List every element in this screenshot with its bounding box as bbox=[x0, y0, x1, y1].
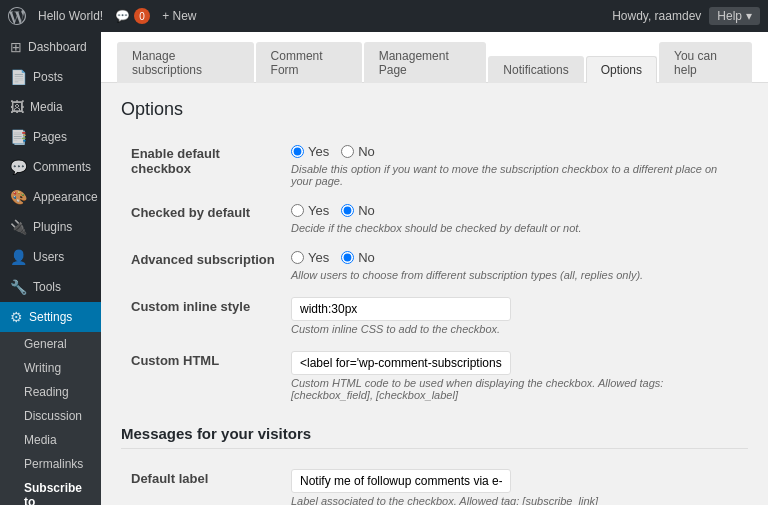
sidebar-item-label: Posts bbox=[33, 70, 63, 84]
wp-logo-button[interactable] bbox=[8, 7, 26, 25]
default-label-input[interactable] bbox=[291, 469, 511, 493]
plugins-icon: 🔌 bbox=[10, 219, 27, 235]
sidebar-sub-permalinks[interactable]: Permalinks bbox=[10, 452, 101, 476]
checked-yes-radio[interactable] bbox=[291, 204, 304, 217]
advanced-subscription-radio-group: Yes No bbox=[291, 250, 738, 265]
sidebar-item-posts[interactable]: 📄 Posts bbox=[0, 62, 101, 92]
top-bar-right: Howdy, raamdev Help ▾ bbox=[612, 7, 760, 25]
messages-form-table: Default label Label associated to the ch… bbox=[121, 461, 748, 505]
top-bar: Hello World! 💬 0 + New Howdy, raamdev He… bbox=[0, 0, 768, 32]
site-name[interactable]: Hello World! bbox=[38, 9, 103, 23]
comments-count: 0 bbox=[134, 8, 150, 24]
sidebar: ⊞ Dashboard 📄 Posts 🖼 Media 📑 Pages 💬 Co… bbox=[0, 32, 101, 505]
checked-default-radio-group: Yes No bbox=[291, 203, 738, 218]
tab-management-page[interactable]: Management Page bbox=[364, 42, 487, 83]
sidebar-sub-reading[interactable]: Reading bbox=[10, 380, 101, 404]
sidebar-item-label: Pages bbox=[33, 130, 67, 144]
tabs-bar: Manage subscriptions Comment Form Manage… bbox=[101, 32, 768, 83]
tab-you-can-help[interactable]: You can help bbox=[659, 42, 752, 83]
advanced-subscription-label: Advanced subscription bbox=[131, 252, 275, 267]
posts-icon: 📄 bbox=[10, 69, 27, 85]
enable-checkbox-desc: Disable this option if you want to move … bbox=[291, 163, 738, 187]
checked-default-label: Checked by default bbox=[131, 205, 250, 220]
help-button[interactable]: Help ▾ bbox=[709, 7, 760, 25]
sidebar-item-comments[interactable]: 💬 Comments bbox=[0, 152, 101, 182]
comments-button[interactable]: 💬 0 bbox=[115, 8, 150, 24]
advanced-subscription-desc: Allow users to choose from different sub… bbox=[291, 269, 738, 281]
tab-options[interactable]: Options bbox=[586, 56, 657, 83]
page-title: Options bbox=[121, 99, 748, 120]
default-label-row: Default label Label associated to the ch… bbox=[121, 461, 748, 505]
main-content: Manage subscriptions Comment Form Manage… bbox=[101, 32, 768, 505]
enable-checkbox-label: Enable default checkbox bbox=[131, 146, 220, 176]
advanced-subscription-row: Advanced subscription Yes No bbox=[121, 242, 748, 289]
enable-no-radio[interactable] bbox=[341, 145, 354, 158]
enable-yes-label[interactable]: Yes bbox=[291, 144, 329, 159]
options-content: Options Enable default checkbox Yes bbox=[101, 83, 768, 505]
advanced-no-radio[interactable] bbox=[341, 251, 354, 264]
sidebar-item-plugins[interactable]: 🔌 Plugins bbox=[0, 212, 101, 242]
custom-html-row: Custom HTML Custom HTML code to be used … bbox=[121, 343, 748, 409]
options-form-table: Enable default checkbox Yes No bbox=[121, 136, 748, 409]
sidebar-item-label: Plugins bbox=[33, 220, 72, 234]
sidebar-item-label: Comments bbox=[33, 160, 91, 174]
top-bar-left: Hello World! 💬 0 + New bbox=[8, 7, 197, 25]
checked-no-radio[interactable] bbox=[341, 204, 354, 217]
settings-submenu: General Writing Reading Discussion Media… bbox=[0, 332, 101, 505]
messages-section-title: Messages for your visitors bbox=[121, 425, 748, 449]
checked-yes-label[interactable]: Yes bbox=[291, 203, 329, 218]
custom-inline-style-input[interactable] bbox=[291, 297, 511, 321]
enable-yes-radio[interactable] bbox=[291, 145, 304, 158]
layout: ⊞ Dashboard 📄 Posts 🖼 Media 📑 Pages 💬 Co… bbox=[0, 32, 768, 505]
sidebar-item-label: Appearance bbox=[33, 190, 98, 204]
tab-notifications[interactable]: Notifications bbox=[488, 56, 583, 83]
sidebar-sub-discussion[interactable]: Discussion bbox=[10, 404, 101, 428]
custom-html-desc: Custom HTML code to be used when display… bbox=[291, 377, 738, 401]
sidebar-item-pages[interactable]: 📑 Pages bbox=[0, 122, 101, 152]
enable-no-label[interactable]: No bbox=[341, 144, 375, 159]
sidebar-item-label: Media bbox=[30, 100, 63, 114]
checked-default-row: Checked by default Yes No bbox=[121, 195, 748, 242]
checked-no-label[interactable]: No bbox=[341, 203, 375, 218]
enable-checkbox-row: Enable default checkbox Yes No bbox=[121, 136, 748, 195]
tools-icon: 🔧 bbox=[10, 279, 27, 295]
sidebar-item-label: Tools bbox=[33, 280, 61, 294]
enable-checkbox-radio-group: Yes No bbox=[291, 144, 738, 159]
custom-inline-style-label: Custom inline style bbox=[131, 299, 250, 314]
sidebar-item-users[interactable]: 👤 Users bbox=[0, 242, 101, 272]
custom-inline-style-desc: Custom inline CSS to add to the checkbox… bbox=[291, 323, 738, 335]
custom-html-input[interactable] bbox=[291, 351, 511, 375]
advanced-no-label[interactable]: No bbox=[341, 250, 375, 265]
sidebar-item-label: Dashboard bbox=[28, 40, 87, 54]
sidebar-item-appearance[interactable]: 🎨 Appearance bbox=[0, 182, 101, 212]
sidebar-item-settings[interactable]: ⚙ Settings bbox=[0, 302, 101, 332]
howdy-label: Howdy, raamdev bbox=[612, 9, 701, 23]
new-content-button[interactable]: + New bbox=[162, 9, 196, 23]
media-icon: 🖼 bbox=[10, 99, 24, 115]
settings-icon: ⚙ bbox=[10, 309, 23, 325]
sidebar-item-tools[interactable]: 🔧 Tools bbox=[0, 272, 101, 302]
sidebar-sub-general[interactable]: General bbox=[10, 332, 101, 356]
custom-inline-style-row: Custom inline style Custom inline CSS to… bbox=[121, 289, 748, 343]
pages-icon: 📑 bbox=[10, 129, 27, 145]
tab-comment-form[interactable]: Comment Form bbox=[256, 42, 362, 83]
sidebar-item-label: Users bbox=[33, 250, 64, 264]
sidebar-item-media[interactable]: 🖼 Media bbox=[0, 92, 101, 122]
default-label-desc: Label associated to the checkbox. Allowe… bbox=[291, 495, 738, 505]
custom-html-label: Custom HTML bbox=[131, 353, 219, 368]
sidebar-sub-writing[interactable]: Writing bbox=[10, 356, 101, 380]
tab-manage-subscriptions[interactable]: Manage subscriptions bbox=[117, 42, 254, 83]
default-label-th: Default label bbox=[131, 471, 208, 486]
checked-default-desc: Decide if the checkbox should be checked… bbox=[291, 222, 738, 234]
users-icon: 👤 bbox=[10, 249, 27, 265]
sidebar-sub-subscribe[interactable]: Subscribe to Comments bbox=[10, 476, 101, 505]
advanced-yes-label[interactable]: Yes bbox=[291, 250, 329, 265]
appearance-icon: 🎨 bbox=[10, 189, 27, 205]
advanced-yes-radio[interactable] bbox=[291, 251, 304, 264]
sidebar-item-label: Settings bbox=[29, 310, 72, 324]
sidebar-sub-media[interactable]: Media bbox=[10, 428, 101, 452]
sidebar-item-dashboard[interactable]: ⊞ Dashboard bbox=[0, 32, 101, 62]
dashboard-icon: ⊞ bbox=[10, 39, 22, 55]
comments-icon: 💬 bbox=[10, 159, 27, 175]
